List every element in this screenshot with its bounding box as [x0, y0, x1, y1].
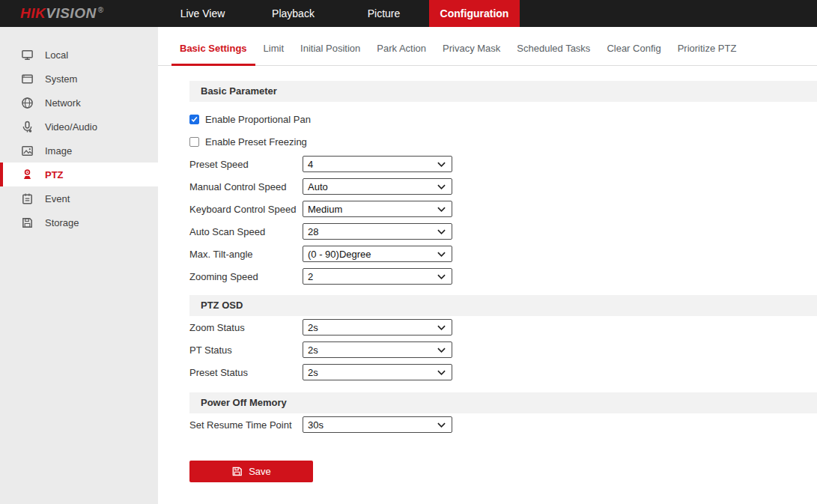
sidebar-item-label: Video/Audio: [45, 121, 97, 133]
checkbox-label: Enable Proportional Pan: [205, 114, 311, 125]
auto-scan-speed-select[interactable]: 28: [303, 223, 452, 240]
form-row: Set Resume Time Point 30s: [189, 413, 817, 436]
settings-form: Basic Parameter Enable Proportional Pan …: [158, 81, 817, 482]
sidebar-item-event[interactable]: Event: [0, 186, 158, 210]
manual-control-speed-select[interactable]: Auto: [303, 178, 452, 195]
select-value: 28: [308, 226, 318, 237]
form-row: Manual Control Speed Auto: [189, 175, 817, 198]
save-icon: [231, 466, 243, 477]
field-label: Preset Status: [189, 367, 303, 378]
tab-basic-settings[interactable]: Basic Settings: [171, 37, 255, 65]
nav-playback[interactable]: Playback: [248, 0, 338, 27]
chevron-down-icon: [437, 370, 446, 375]
top-header: HIKVISION® Live View Playback Picture Co…: [0, 0, 817, 27]
logo-hik: HIK: [20, 5, 46, 21]
field-label: Zooming Speed: [189, 271, 303, 282]
chevron-down-icon: [437, 274, 446, 279]
ptz-tabbar: Basic Settings Limit Initial Position Pa…: [158, 27, 817, 66]
keyboard-control-speed-select[interactable]: Medium: [303, 201, 452, 217]
nav-picture[interactable]: Picture: [338, 0, 429, 27]
sidebar-item-network[interactable]: Network: [0, 91, 158, 115]
max-tilt-angle-select[interactable]: (0 - 90)Degree: [303, 246, 452, 262]
form-row: PT Status 2s: [189, 338, 817, 361]
form-row: Zooming Speed 2: [189, 265, 817, 288]
tab-scheduled-tasks[interactable]: Scheduled Tasks: [508, 37, 598, 65]
sidebar-item-label: Event: [45, 193, 70, 204]
form-row: Keyboard Control Speed Medium: [189, 198, 817, 220]
select-value: 2s: [308, 344, 318, 356]
sidebar-item-image[interactable]: Image: [0, 139, 158, 163]
main-panel: Basic Settings Limit Initial Position Pa…: [158, 27, 817, 482]
pt-status-select[interactable]: 2s: [303, 341, 452, 358]
nav-configuration[interactable]: Configuration: [429, 0, 520, 27]
sidebar-item-video-audio[interactable]: Video/Audio: [0, 115, 158, 139]
tab-privacy-mask[interactable]: Privacy Mask: [434, 37, 508, 65]
field-label: Zoom Status: [189, 322, 303, 333]
storage-disk-icon: [21, 216, 34, 229]
section-power-off-memory: Power Off Memory: [189, 392, 817, 413]
sidebar: Local System Network Video/Audio Image P…: [0, 27, 158, 504]
chevron-down-icon: [437, 422, 446, 428]
field-label: Preset Speed: [189, 159, 303, 170]
select-value: 4: [308, 159, 313, 170]
monitor-icon: [21, 49, 34, 61]
tab-initial-position[interactable]: Initial Position: [292, 37, 368, 65]
image-icon: [21, 145, 34, 157]
preset-status-select[interactable]: 2s: [303, 364, 452, 380]
zooming-speed-select[interactable]: 2: [303, 268, 452, 285]
sidebar-item-label: Network: [45, 97, 81, 109]
select-value: 2s: [308, 367, 318, 378]
preset-speed-select[interactable]: 4: [303, 156, 452, 172]
sidebar-item-label: System: [45, 73, 77, 85]
field-label: Auto Scan Speed: [189, 226, 303, 237]
ptz-camera-icon: [21, 168, 34, 181]
select-value: 30s: [308, 419, 324, 431]
save-label: Save: [249, 466, 271, 477]
section-ptz-osd: PTZ OSD: [189, 295, 817, 316]
checkbox-row: Enable Proportional Pan: [189, 108, 817, 130]
sidebar-item-system[interactable]: System: [0, 67, 158, 91]
field-label: Keyboard Control Speed: [189, 204, 303, 215]
tab-prioritize-ptz[interactable]: Prioritize PTZ: [669, 37, 745, 65]
field-label: PT Status: [189, 344, 303, 356]
microphone-icon: [21, 121, 34, 133]
event-calendar-icon: [21, 192, 34, 205]
window-icon: [21, 73, 34, 85]
chevron-down-icon: [437, 325, 446, 330]
enable-preset-freezing-checkbox[interactable]: [189, 137, 199, 147]
select-value: 2: [308, 271, 313, 282]
sidebar-item-local[interactable]: Local: [0, 43, 158, 67]
sidebar-item-label: Image: [45, 145, 72, 157]
tab-limit[interactable]: Limit: [255, 37, 292, 65]
sidebar-item-label: Storage: [45, 217, 79, 228]
form-row: Max. Tilt-angle (0 - 90)Degree: [189, 243, 817, 265]
enable-proportional-pan-checkbox[interactable]: [189, 115, 199, 124]
chevron-down-icon: [437, 184, 446, 189]
sidebar-item-ptz[interactable]: PTZ: [0, 163, 158, 186]
main-nav: Live View Playback Picture Configuration: [157, 0, 520, 27]
sidebar-item-label: PTZ: [45, 169, 64, 180]
tab-park-action[interactable]: Park Action: [368, 37, 434, 65]
sidebar-item-storage[interactable]: Storage: [0, 210, 158, 234]
form-row: Preset Speed 4: [189, 153, 817, 175]
select-value: 2s: [308, 322, 318, 333]
save-button[interactable]: Save: [189, 461, 313, 482]
nav-live-view[interactable]: Live View: [157, 0, 248, 27]
set-resume-time-point-select[interactable]: 30s: [303, 416, 452, 433]
form-row: Preset Status 2s: [189, 361, 817, 383]
zoom-status-select[interactable]: 2s: [303, 319, 452, 336]
tab-clear-config[interactable]: Clear Config: [598, 37, 669, 65]
chevron-down-icon: [437, 252, 446, 257]
chevron-down-icon: [437, 347, 446, 353]
checkbox-row: Enable Preset Freezing: [189, 130, 817, 153]
select-value: (0 - 90)Degree: [308, 249, 371, 260]
field-label: Set Resume Time Point: [189, 419, 303, 431]
chevron-down-icon: [437, 162, 446, 167]
hikvision-logo: HIKVISION®: [0, 0, 157, 27]
select-value: Auto: [308, 181, 328, 192]
field-label: Manual Control Speed: [189, 181, 303, 192]
check-icon: [191, 116, 198, 123]
section-basic-parameter: Basic Parameter: [189, 81, 817, 102]
globe-icon: [21, 97, 34, 109]
checkbox-label: Enable Preset Freezing: [205, 136, 307, 148]
